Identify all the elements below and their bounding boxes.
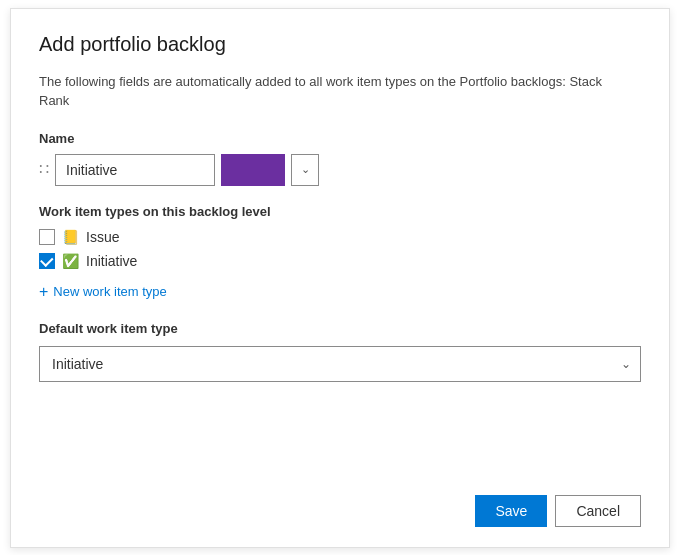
color-picker-button[interactable] — [221, 154, 285, 186]
plus-icon: + — [39, 283, 48, 301]
name-row: ∷ ⌄ — [39, 154, 641, 186]
dialog-title: Add portfolio backlog — [39, 33, 641, 56]
issue-icon: 📒 — [62, 229, 79, 245]
default-wi-select-wrapper: Initiative Issue ⌄ — [39, 346, 641, 382]
name-label: Name — [39, 131, 641, 146]
work-item-types-section: Work item types on this backlog level 📒 … — [39, 204, 641, 269]
initiative-label: Initiative — [86, 253, 137, 269]
dialog-description: The following fields are automatically a… — [39, 72, 619, 111]
add-work-item-type-button[interactable]: + New work item type — [39, 283, 167, 301]
add-work-item-type-label: New work item type — [53, 284, 166, 299]
drag-icon: ∷ — [39, 160, 49, 179]
name-input[interactable] — [55, 154, 215, 186]
type-row-initiative: ✅ Initiative — [39, 253, 641, 269]
chevron-down-icon: ⌄ — [301, 163, 310, 176]
default-work-item-section: Default work item type Initiative Issue … — [39, 321, 641, 382]
color-dropdown-button[interactable]: ⌄ — [291, 154, 319, 186]
cancel-button[interactable]: Cancel — [555, 495, 641, 527]
work-item-types-label: Work item types on this backlog level — [39, 204, 641, 219]
issue-checkbox[interactable] — [39, 229, 55, 245]
default-wi-label: Default work item type — [39, 321, 641, 336]
issue-label: Issue — [86, 229, 119, 245]
type-row-issue: 📒 Issue — [39, 229, 641, 245]
save-button[interactable]: Save — [475, 495, 547, 527]
initiative-icon: ✅ — [62, 253, 79, 269]
add-portfolio-backlog-dialog: Add portfolio backlog The following fiel… — [10, 8, 670, 548]
initiative-checkbox[interactable] — [39, 253, 55, 269]
default-wi-select[interactable]: Initiative Issue — [39, 346, 641, 382]
dialog-footer: Save Cancel — [475, 495, 641, 527]
